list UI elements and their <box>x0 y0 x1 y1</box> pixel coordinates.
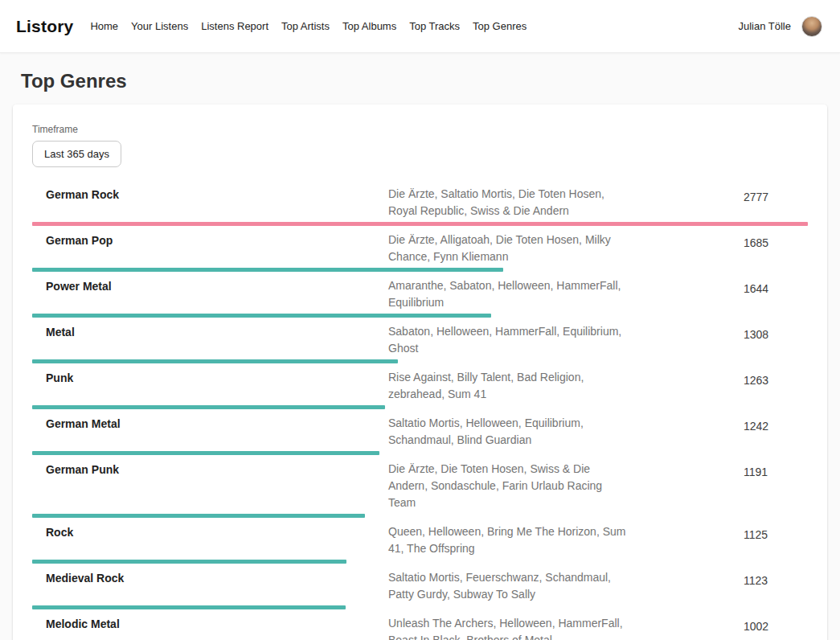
genre-row: Medieval Rock Saltatio Mortis, Feuerschw… <box>32 564 808 609</box>
genre-row: Power Metal Amaranthe, Sabaton, Hellowee… <box>32 272 808 318</box>
genre-count: 1002 <box>744 615 808 633</box>
genre-list: German Rock Die Ärzte, Saltatio Mortis, … <box>32 180 808 640</box>
user-name[interactable]: Julian Tölle <box>738 20 791 32</box>
genre-count: 1191 <box>744 461 808 478</box>
user-avatar[interactable] <box>801 16 822 37</box>
genre-name: German Rock <box>32 186 388 201</box>
genre-row: German Punk Die Ärzte, Die Toten Hosen, … <box>32 455 808 518</box>
genre-artists: Die Ärzte, Die Toten Hosen, Swiss & Die … <box>388 461 631 511</box>
nav-item-top-artists[interactable]: Top Artists <box>281 20 330 32</box>
genre-artists: Unleash The Archers, Helloween, HammerFa… <box>388 615 631 640</box>
genre-count: 1644 <box>744 277 808 295</box>
genre-name: German Punk <box>32 461 388 476</box>
timeframe-select[interactable]: Last 365 days <box>32 141 121 167</box>
genre-name: German Pop <box>32 232 388 247</box>
timeframe-label: Timeframe <box>32 124 808 135</box>
genre-name: Punk <box>32 369 388 384</box>
nav-user-area: Julian Tölle <box>738 16 822 37</box>
genre-name: Power Metal <box>32 277 388 293</box>
top-navbar: Listory Home Your Listens Listens Report… <box>0 0 840 53</box>
nav-links: Home Your Listens Listens Report Top Art… <box>90 20 738 32</box>
genre-row: German Metal Saltatio Mortis, Helloween,… <box>32 409 808 455</box>
genre-row: Punk Rise Against, Billy Talent, Bad Rel… <box>32 363 808 409</box>
nav-item-top-tracks[interactable]: Top Tracks <box>409 20 460 32</box>
genre-row: Rock Queen, Helloween, Bring Me The Hori… <box>32 518 808 564</box>
genre-count: 2777 <box>744 186 808 203</box>
genre-artists: Saltatio Mortis, Helloween, Equilibrium,… <box>388 415 631 449</box>
app-logo[interactable]: Listory <box>16 17 73 36</box>
genre-artists: Amaranthe, Sabaton, Helloween, HammerFal… <box>388 277 631 311</box>
genre-name: Rock <box>32 523 388 539</box>
genre-artists: Saltatio Mortis, Feuerschwanz, Schandmau… <box>388 569 631 603</box>
genre-count: 1263 <box>744 369 808 387</box>
genre-artists: Queen, Helloween, Bring Me The Horizon, … <box>388 523 631 557</box>
genre-name: Metal <box>32 323 388 338</box>
genre-count: 1308 <box>744 323 808 341</box>
genre-name: Melodic Metal <box>32 615 388 630</box>
top-genres-card: Timeframe Last 365 days German Rock Die … <box>13 105 827 640</box>
genre-artists: Rise Against, Billy Talent, Bad Religion… <box>388 369 631 403</box>
nav-item-home[interactable]: Home <box>90 20 118 32</box>
genre-artists: Sabaton, Helloween, HammerFall, Equilibr… <box>388 323 631 357</box>
genre-name: German Metal <box>32 415 388 430</box>
genre-artists: Die Ärzte, Saltatio Mortis, Die Toten Ho… <box>388 186 631 219</box>
genre-count: 1242 <box>744 415 808 433</box>
genre-count: 1123 <box>744 569 808 587</box>
genre-row: Melodic Metal Unleash The Archers, Hello… <box>32 609 808 640</box>
nav-item-your-listens[interactable]: Your Listens <box>131 20 188 32</box>
genre-name: Medieval Rock <box>32 569 388 585</box>
genre-count: 1125 <box>744 523 808 541</box>
genre-artists: Die Ärzte, Alligatoah, Die Toten Hosen, … <box>388 232 631 265</box>
page-title: Top Genres <box>21 70 840 92</box>
genre-row: German Rock Die Ärzte, Saltatio Mortis, … <box>32 180 808 226</box>
nav-item-top-genres[interactable]: Top Genres <box>473 20 527 32</box>
genre-row: German Pop Die Ärzte, Alligatoah, Die To… <box>32 226 808 272</box>
genre-row: Metal Sabaton, Helloween, HammerFall, Eq… <box>32 318 808 363</box>
nav-item-top-albums[interactable]: Top Albums <box>342 20 396 32</box>
genre-count: 1685 <box>744 232 808 249</box>
nav-item-listens-report[interactable]: Listens Report <box>201 20 268 32</box>
